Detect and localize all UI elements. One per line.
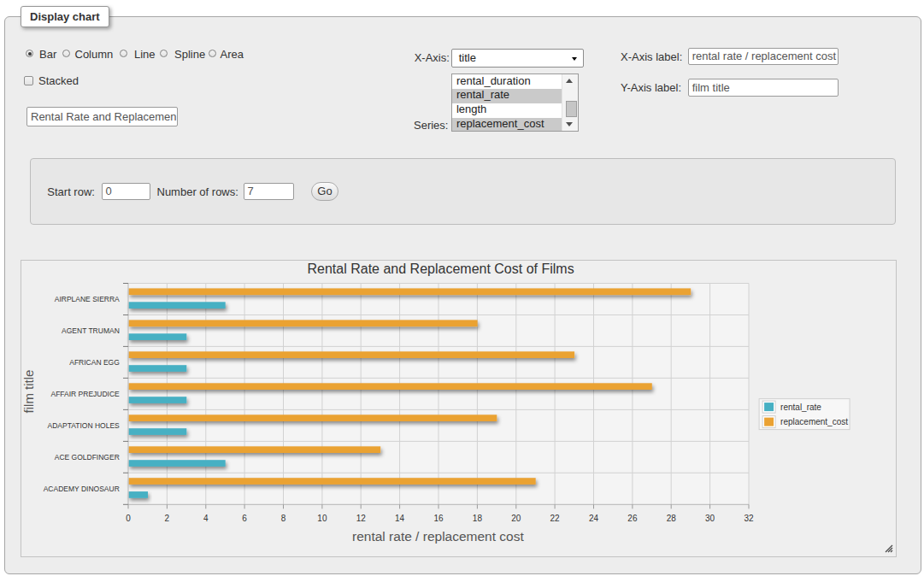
svg-text:Rental Rate and Replacement Co: Rental Rate and Replacement Cost of Film…	[308, 262, 574, 276]
svg-text:32: 32	[744, 514, 755, 523]
svg-text:18: 18	[473, 514, 483, 523]
svg-text:AGENT TRUMAN: AGENT TRUMAN	[62, 326, 120, 335]
svg-text:8: 8	[281, 514, 286, 523]
svg-text:2: 2	[165, 514, 170, 523]
svg-text:ACE GOLDFINGER: ACE GOLDFINGER	[55, 453, 120, 461]
svg-text:10: 10	[318, 514, 328, 523]
svg-text:12: 12	[356, 514, 367, 523]
svg-text:rental rate / replacement cost: rental rate / replacement cost	[352, 529, 524, 544]
svg-text:0: 0	[126, 514, 131, 523]
svg-text:16: 16	[434, 514, 444, 523]
svg-text:AIRPLANE SIERRA: AIRPLANE SIERRA	[55, 295, 120, 303]
svg-text:22: 22	[550, 514, 561, 523]
svg-text:26: 26	[628, 514, 639, 523]
svg-text:28: 28	[667, 514, 677, 523]
svg-text:ADAPTATION HOLES: ADAPTATION HOLES	[48, 421, 121, 430]
svg-text:6: 6	[243, 514, 248, 523]
svg-text:rental_rate: rental_rate	[780, 403, 821, 412]
svg-text:30: 30	[705, 514, 715, 523]
svg-text:20: 20	[511, 514, 521, 523]
svg-text:ACADEMY DINOSAUR: ACADEMY DINOSAUR	[44, 485, 120, 493]
svg-text:14: 14	[395, 514, 405, 523]
svg-text:replacement_cost: replacement_cost	[780, 417, 848, 426]
svg-text:AFFAIR PREJUDICE: AFFAIR PREJUDICE	[51, 390, 121, 398]
svg-text:4: 4	[203, 514, 209, 523]
svg-text:AFRICAN EGG: AFRICAN EGG	[69, 358, 120, 367]
svg-text:24: 24	[589, 514, 599, 523]
